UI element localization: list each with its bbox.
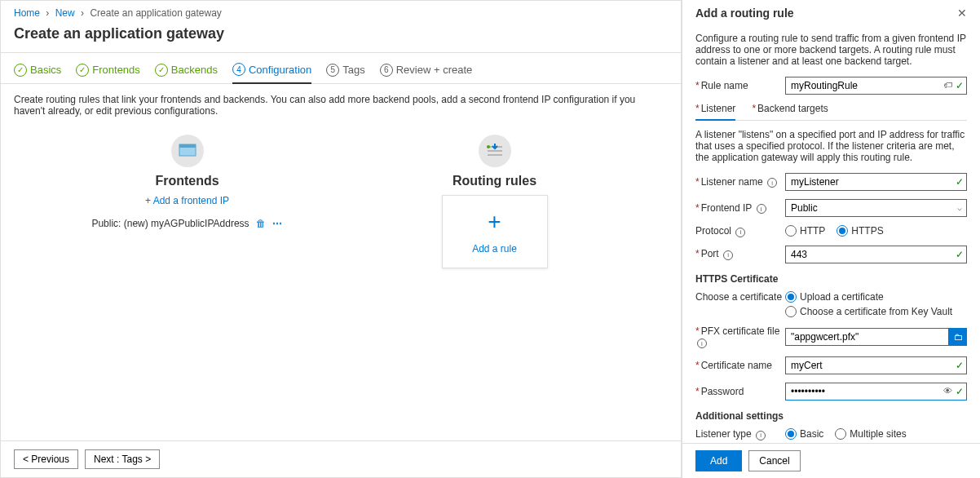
page-title: Create an application gateway bbox=[1, 22, 681, 52]
tab-label: Configuration bbox=[249, 64, 311, 76]
frontend-ip-row: Public: (new) myAGPublicIPAddress 🗑 ⋯ bbox=[90, 213, 285, 234]
cancel-button[interactable]: Cancel bbox=[748, 450, 800, 471]
chevron-right-icon: › bbox=[81, 7, 84, 19]
valid-check-icon: ✓ bbox=[956, 176, 964, 188]
tab-tags[interactable]: 5 Tags bbox=[326, 63, 364, 83]
sub-tab-backend-targets[interactable]: *Backend targets bbox=[752, 103, 828, 120]
info-icon[interactable]: i bbox=[723, 250, 733, 260]
tag-icon: 🏷 bbox=[943, 80, 952, 90]
delete-icon[interactable]: 🗑 bbox=[256, 218, 266, 229]
routing-rules-column: Routing rules + Add a rule bbox=[373, 135, 617, 268]
upload-cert-radio[interactable]: Upload a certificate bbox=[785, 291, 967, 303]
info-icon[interactable]: i bbox=[767, 178, 777, 188]
folder-icon: 🗀 bbox=[954, 332, 963, 342]
panel-sub-tabs: *Listener *Backend targets bbox=[695, 103, 967, 121]
listener-type-multi-radio[interactable]: Multiple sites bbox=[835, 428, 906, 440]
panel-description: Configure a routing rule to send traffic… bbox=[695, 33, 967, 67]
frontends-title: Frontends bbox=[155, 174, 219, 188]
frontend-ip-label: Frontend IP bbox=[701, 202, 752, 214]
listener-name-input[interactable] bbox=[785, 173, 967, 191]
pfx-file-label: PFX certificate file bbox=[701, 325, 780, 337]
tab-label: Review + create bbox=[396, 64, 473, 76]
info-icon[interactable]: i bbox=[757, 204, 766, 214]
info-icon[interactable]: i bbox=[756, 431, 766, 440]
plus-icon: + bbox=[488, 209, 501, 235]
info-icon[interactable]: i bbox=[735, 228, 745, 237]
check-icon: ✓ bbox=[14, 64, 27, 77]
show-password-icon[interactable]: 👁 bbox=[943, 386, 952, 396]
add-button[interactable]: Add bbox=[695, 450, 742, 471]
protocol-https-radio[interactable]: HTTPS bbox=[837, 225, 883, 237]
valid-check-icon: ✓ bbox=[956, 249, 964, 260]
port-input[interactable] bbox=[785, 246, 967, 263]
panel-title: Add a routing rule bbox=[695, 7, 794, 20]
routing-rules-icon bbox=[479, 135, 511, 167]
password-label: Password bbox=[701, 386, 744, 397]
add-rule-card[interactable]: + Add a rule bbox=[442, 195, 548, 268]
tab-frontends[interactable]: ✓ Frontends bbox=[76, 63, 140, 83]
panel-body: Configure a routing rule to send traffic… bbox=[682, 26, 980, 443]
tab-backends[interactable]: ✓ Backends bbox=[155, 63, 218, 83]
main-pane: Home › New › Create an application gatew… bbox=[0, 0, 682, 478]
info-icon[interactable]: i bbox=[697, 339, 707, 348]
frontends-icon bbox=[171, 135, 204, 167]
protocol-http-radio[interactable]: HTTP bbox=[785, 225, 825, 237]
sub-tab-listener[interactable]: *Listener bbox=[695, 103, 735, 121]
choose-cert-label: Choose a certificate bbox=[695, 291, 785, 303]
https-cert-heading: HTTPS Certificate bbox=[695, 273, 967, 285]
check-icon: ✓ bbox=[155, 64, 168, 77]
additional-settings-heading: Additional settings bbox=[695, 410, 967, 422]
rule-name-input[interactable] bbox=[785, 77, 967, 95]
config-cards: Frontends + Add a frontend IP Public: (n… bbox=[1, 126, 681, 277]
browse-file-button[interactable]: 🗀 bbox=[949, 328, 967, 346]
close-icon[interactable]: ✕ bbox=[957, 7, 967, 20]
svg-rect-1 bbox=[179, 144, 196, 148]
rule-name-row: *Rule name 🏷 ✓ bbox=[695, 77, 967, 95]
rule-name-label: Rule name bbox=[701, 80, 748, 91]
step-number-icon: 6 bbox=[380, 64, 393, 77]
add-rule-label: Add a rule bbox=[472, 243, 517, 254]
tab-label: Backends bbox=[171, 64, 218, 76]
tab-configuration[interactable]: 4 Configuration bbox=[232, 63, 311, 84]
chevron-right-icon: › bbox=[46, 7, 49, 19]
valid-check-icon: ✓ bbox=[956, 360, 964, 371]
frontend-ip-label: Public: (new) myAGPublicIPAddress bbox=[91, 218, 249, 229]
panel-header: Add a routing rule ✕ bbox=[682, 0, 980, 26]
valid-check-icon: ✓ bbox=[956, 386, 964, 397]
svg-point-5 bbox=[487, 145, 490, 148]
pfx-file-input[interactable] bbox=[785, 328, 949, 346]
next-button[interactable]: Next : Tags > bbox=[85, 449, 160, 469]
tab-review[interactable]: 6 Review + create bbox=[380, 63, 473, 83]
protocol-label: Protocol bbox=[695, 225, 731, 237]
frontends-column: Frontends + Add a frontend IP Public: (n… bbox=[65, 135, 310, 268]
breadcrumb: Home › New › Create an application gatew… bbox=[1, 1, 681, 22]
breadcrumb-home[interactable]: Home bbox=[14, 7, 40, 19]
listener-description: A listener "listens" on a specified port… bbox=[695, 129, 967, 163]
add-frontend-ip-link[interactable]: + Add a frontend IP bbox=[145, 195, 229, 206]
tab-label: Tags bbox=[342, 64, 364, 76]
routing-rule-panel: Add a routing rule ✕ Configure a routing… bbox=[682, 0, 980, 478]
cert-name-input[interactable] bbox=[785, 356, 967, 374]
password-input[interactable] bbox=[785, 383, 967, 401]
tab-label: Frontends bbox=[92, 64, 140, 76]
listener-type-label: Listener type bbox=[695, 428, 752, 440]
config-description: Create routing rules that link your fron… bbox=[1, 84, 681, 126]
port-label: Port bbox=[701, 248, 719, 259]
step-number-icon: 5 bbox=[326, 64, 339, 77]
valid-check-icon: ✓ bbox=[956, 80, 964, 91]
wizard-tabs: ✓ Basics ✓ Frontends ✓ Backends 4 Config… bbox=[1, 53, 681, 84]
frontend-ip-select[interactable]: Public bbox=[785, 199, 967, 217]
check-icon: ✓ bbox=[76, 64, 89, 77]
cert-name-label: Certificate name bbox=[701, 360, 772, 371]
more-icon[interactable]: ⋯ bbox=[272, 218, 283, 229]
panel-footer: Add Cancel bbox=[682, 443, 980, 478]
tab-label: Basics bbox=[30, 64, 61, 76]
step-number-icon: 4 bbox=[232, 63, 245, 76]
tab-basics[interactable]: ✓ Basics bbox=[14, 63, 61, 83]
breadcrumb-current: Create an application gateway bbox=[90, 7, 221, 19]
previous-button[interactable]: < Previous bbox=[14, 449, 78, 469]
keyvault-cert-radio[interactable]: Choose a certificate from Key Vault bbox=[785, 306, 967, 317]
breadcrumb-new[interactable]: New bbox=[55, 7, 75, 19]
listener-type-basic-radio[interactable]: Basic bbox=[785, 428, 823, 440]
wizard-footer: < Previous Next : Tags > bbox=[1, 440, 681, 477]
